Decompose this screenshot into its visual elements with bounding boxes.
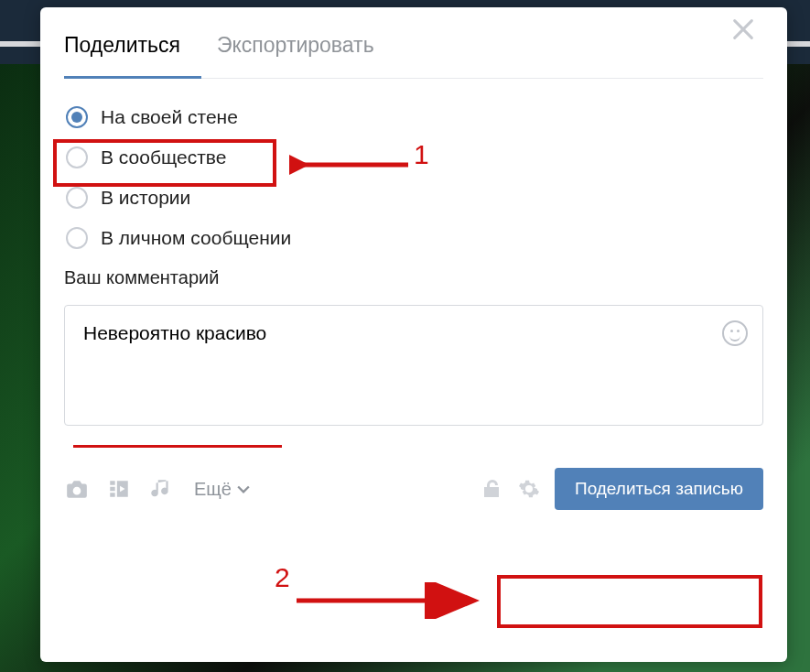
emoji-icon[interactable] (722, 320, 748, 346)
comment-text: Невероятно красиво (83, 322, 266, 343)
gear-icon[interactable] (518, 478, 540, 500)
close-icon[interactable] (730, 16, 758, 44)
comment-label: Ваш комментарий (64, 267, 763, 288)
chevron-down-icon (237, 479, 250, 500)
radio-label: На своей стене (101, 106, 238, 128)
radio-label: В истории (101, 187, 190, 209)
tab-share[interactable]: Поделиться (64, 33, 186, 78)
share-target-group: На своей стене В сообществе В истории В … (64, 106, 763, 249)
radio-label: В личном сообщении (101, 227, 291, 249)
camera-icon[interactable] (64, 477, 90, 501)
radio-icon (66, 146, 88, 168)
more-label: Ещё (194, 479, 232, 500)
radio-icon (66, 106, 88, 128)
more-attachments[interactable]: Ещё (194, 479, 250, 500)
share-post-button[interactable]: Поделиться записью (555, 468, 763, 510)
share-modal: Поделиться Экспортировать На своей стене… (40, 7, 787, 662)
lock-icon[interactable] (481, 478, 503, 500)
tab-export[interactable]: Экспортировать (217, 33, 380, 78)
music-icon[interactable] (148, 477, 174, 501)
comment-textarea[interactable]: Невероятно красиво (64, 305, 763, 426)
radio-story[interactable]: В истории (66, 187, 763, 209)
radio-own-wall[interactable]: На своей стене (66, 106, 763, 128)
radio-icon (66, 227, 88, 249)
radio-label: В сообществе (101, 146, 226, 168)
radio-community[interactable]: В сообществе (66, 146, 763, 168)
video-icon[interactable] (106, 477, 132, 501)
radio-private-message[interactable]: В личном сообщении (66, 227, 763, 249)
radio-icon (66, 187, 88, 209)
